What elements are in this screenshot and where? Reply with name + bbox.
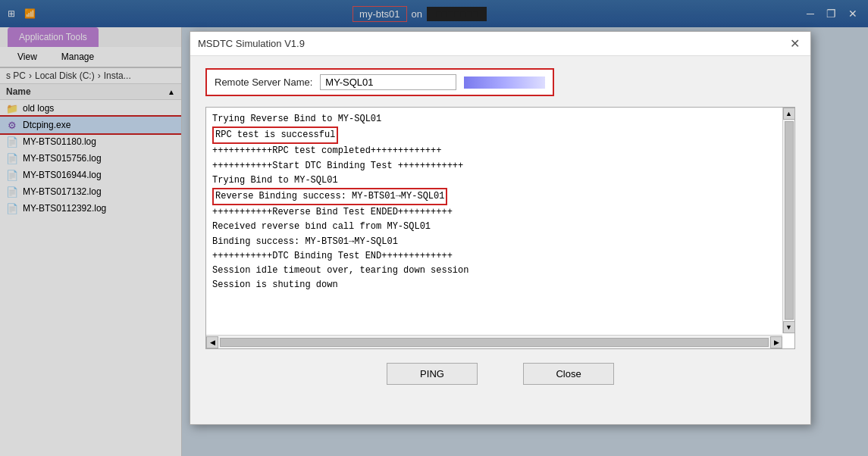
log-line: +++++++++++Reverse Bind Test ENDED++++++… [212,205,779,220]
log-line: Session is shuting down [212,278,779,292]
log-line: Trying Reverse Bind to MY-SQL01 [212,112,779,126]
scroll-thumb-vertical[interactable] [785,121,794,320]
modal-titlebar: MSDTC Simulation V1.9 ✕ [190,32,810,56]
modal-dialog: MSDTC Simulation V1.9 ✕ Remote Server Na… [190,31,811,425]
log-line: Received reverse bind call from MY-SQL01 [212,220,779,234]
log-line: Trying Bind to MY-SQL01 [212,173,779,188]
server-name-input[interactable] [320,74,456,90]
log-line: RPC test is successful [212,126,338,144]
log-area[interactable]: Trying Reverse Bind to MY-SQL01RPC test … [206,108,794,348]
scroll-up-button[interactable]: ▲ [783,108,795,120]
log-scrollbar-horizontal[interactable]: ◀ ▶ [206,335,782,348]
scroll-right-button[interactable]: ▶ [770,336,782,348]
server-name-row: Remote Server Name: [205,68,554,96]
log-line: +++++++++++DTC Binding Test END+++++++++… [212,249,779,264]
modal-title: MSDTC Simulation V1.9 [198,38,305,49]
log-line: Reverse Binding success: MY-BTS01→MY-SQL… [212,188,447,205]
server-name-colorbar [464,77,545,89]
modal-buttons: PING Close [205,363,795,385]
ping-button[interactable]: PING [387,363,478,385]
scroll-left-button[interactable]: ◀ [206,336,218,348]
log-line: Binding success: MY-BTS01→MY-SQL01 [212,235,779,249]
main-area: Application Tools View Manage s PC › Loc… [0,27,868,456]
scroll-thumb-horizontal[interactable] [220,338,769,347]
log-area-wrapper: Trying Reverse Bind to MY-SQL01RPC test … [205,107,795,349]
server-name-label: Remote Server Name: [215,77,312,88]
scroll-down-button[interactable]: ▼ [783,321,795,333]
modal-overlay: MSDTC Simulation V1.9 ✕ Remote Server Na… [0,0,868,456]
log-line: +++++++++++Start DTC Binding Test ++++++… [212,159,779,173]
log-scrollbar-vertical[interactable]: ▲ ▼ [782,108,794,333]
log-line: Session idle timeout over, tearing down … [212,264,779,278]
modal-close-button[interactable]: ✕ [787,36,803,51]
modal-body: Remote Server Name: Trying Reverse Bind … [190,56,810,397]
close-dialog-button[interactable]: Close [523,363,614,385]
log-line: +++++++++++RPC test completed+++++++++++… [212,144,779,158]
